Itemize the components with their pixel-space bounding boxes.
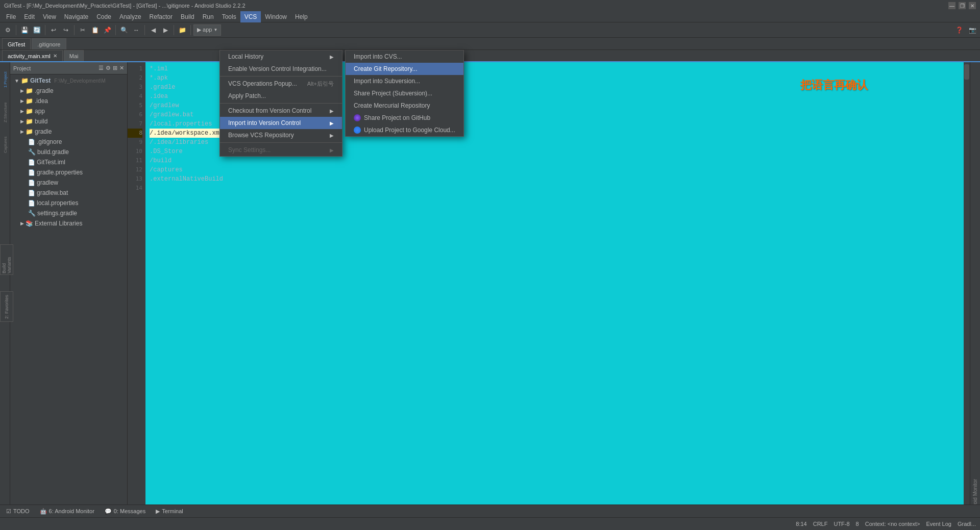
menu-code[interactable]: Code [92, 11, 115, 22]
import-svn[interactable]: Import into Subversion... [346, 75, 463, 87]
tree-item-gitignore[interactable]: 📄 .gitignore [10, 137, 127, 147]
tree-item-build-gradle[interactable]: 🔧 build.gradle [10, 147, 127, 157]
gear-icon[interactable]: ⚙ [106, 65, 111, 71]
vcs-enable-integration[interactable]: Enable Version Control Integration... [220, 63, 342, 75]
tree-item-app[interactable]: ▶ 📁 app [10, 106, 127, 116]
menu-file[interactable]: File [2, 11, 20, 22]
vcs-browse[interactable]: Browse VCS Repository ▶ [220, 129, 342, 141]
line-num-12: 12 [128, 165, 142, 174]
toolbar-paste-btn[interactable]: 📌 [102, 24, 113, 36]
toolbar-camera-btn[interactable]: 📷 [967, 24, 978, 36]
toolbar-forward-btn[interactable]: ▶ [160, 24, 171, 36]
menu-view[interactable]: View [39, 11, 60, 22]
project-panel-header: Project ☰ ⚙ ⊞ ✕ [10, 62, 127, 74]
code-line-14 [150, 184, 223, 193]
folder-icon-build: 📁 [26, 118, 33, 125]
vcs-import[interactable]: Import into Version Control ▶ [220, 117, 342, 129]
toolbar-save-btn[interactable]: 💾 [19, 24, 30, 36]
editor-tab-mai[interactable]: Mai [64, 50, 84, 61]
todo-icon: ☑ [6, 508, 11, 515]
menu-vcs[interactable]: VCS [240, 11, 261, 22]
menu-edit[interactable]: Edit [20, 11, 39, 22]
bottom-tab-android-monitor[interactable]: 🤖 6: Android Monitor [36, 506, 99, 517]
toolbar-git-icon[interactable]: ⚙ [2, 24, 13, 36]
favorites-tab[interactable]: 2: Favorites [0, 291, 13, 322]
build-variants-tab[interactable]: Build Variants [0, 244, 13, 275]
close-panel-icon[interactable]: ✕ [119, 65, 124, 71]
tree-item-gradle-props[interactable]: 📄 gradle.properties [10, 167, 127, 178]
status-crlf[interactable]: CRLF [813, 521, 828, 527]
menu-help[interactable]: Help [291, 11, 312, 22]
root-arrow: ▼ [14, 78, 19, 84]
event-log-label[interactable]: Event Log [926, 521, 951, 527]
toolbar-back-btn[interactable]: ◀ [148, 24, 159, 36]
create-mercurial[interactable]: Create Mercurial Repository [346, 99, 463, 112]
gradle-label[interactable]: Gradl... [958, 521, 976, 527]
editor-scrollbar[interactable] [964, 62, 970, 517]
messages-icon: 💬 [105, 508, 112, 515]
tree-item-idea[interactable]: ▶ 📁 .idea [10, 96, 127, 106]
menu-run[interactable]: Run [199, 11, 218, 22]
toolbar-find-btn[interactable]: 🔍 [118, 24, 130, 36]
create-git-repo[interactable]: Create Git Repository... [346, 63, 463, 75]
tree-item-ext-libs[interactable]: ▶ 📚 External Libraries [10, 218, 127, 229]
share-github-content: Share Project on GitHub [354, 114, 430, 121]
tree-item-local-props[interactable]: 📄 local.properties [10, 198, 127, 208]
left-vertical-tabs: Build Variants 2: Favorites [0, 244, 13, 322]
vcs-sep-1 [220, 76, 342, 77]
toolbar-app-btn[interactable]: ▶ app ▼ [193, 24, 221, 36]
share-github[interactable]: Share Project on GitHub [346, 112, 463, 124]
toolbar-replace-btn[interactable]: ↔ [131, 24, 142, 36]
import-cvs[interactable]: Import into CVS... [346, 51, 463, 63]
tree-label-gradle: .gradle [35, 87, 54, 94]
vcs-apply-patch[interactable]: Apply Patch... [220, 90, 342, 102]
layout-icon[interactable]: ⊞ [113, 65, 117, 71]
toolbar-help-btn[interactable]: ❓ [953, 24, 965, 36]
menu-tools[interactable]: Tools [218, 11, 240, 22]
sidebar-icon-structure[interactable]: Z:Structure [1, 97, 10, 128]
tab-gitignore-label: .gitignore [37, 41, 60, 47]
menu-window[interactable]: Window [261, 11, 291, 22]
right-sidebar: Android Monitor [970, 62, 980, 517]
bottom-tab-messages[interactable]: 💬 0: Messages [101, 506, 150, 517]
scrollbar-thumb[interactable] [964, 64, 969, 80]
toolbar-redo-btn[interactable]: ↪ [60, 24, 71, 36]
menu-build[interactable]: Build [177, 11, 199, 22]
tree-item-gradle-folder[interactable]: ▶ 📁 gradle [10, 127, 127, 137]
close-button[interactable]: ✕ [969, 2, 976, 9]
editor-tab-close-1[interactable]: ✕ [53, 53, 57, 59]
toolbar-cut-btn[interactable]: ✂ [77, 24, 88, 36]
status-encoding[interactable]: UTF-8 [834, 521, 849, 527]
tab-gittest[interactable]: GitTest [2, 38, 31, 49]
menu-analyze[interactable]: Analyze [115, 11, 145, 22]
editor-tab-activity-main[interactable]: activity_main.xml ✕ [2, 50, 63, 61]
tree-item-build[interactable]: ▶ 📁 build [10, 116, 127, 127]
vcs-operations-popup[interactable]: VCS Operations Popup... Alt+后引号 [220, 78, 342, 90]
tab-gitignore[interactable]: .gitignore [32, 38, 66, 49]
tree-item-gittest-iml[interactable]: 📄 GitTest.iml [10, 157, 127, 167]
menu-refactor[interactable]: Refactor [145, 11, 177, 22]
upload-gcloud[interactable]: Upload Project to Google Cloud... [346, 124, 463, 136]
tree-item-gradle[interactable]: ▶ 📁 .gradle [10, 86, 127, 96]
status-indent: 8 [856, 521, 859, 527]
tree-item-gradlew-bat[interactable]: 📄 gradlew.bat [10, 188, 127, 198]
scope-icon[interactable]: ☰ [99, 65, 104, 71]
toolbar-undo-btn[interactable]: ↩ [48, 24, 59, 36]
share-project-svn[interactable]: Share Project (Subversion)... [346, 87, 463, 99]
menu-navigate[interactable]: Navigate [60, 11, 92, 22]
toolbar-copy-btn[interactable]: 📋 [89, 24, 101, 36]
toolbar-sync-btn[interactable]: 🔄 [31, 24, 42, 36]
bottom-tab-terminal[interactable]: ▶ Terminal [152, 506, 187, 517]
sidebar-icon-captures[interactable]: Captures [1, 130, 10, 160]
vcs-local-history[interactable]: Local History ▶ [220, 51, 342, 63]
tree-item-gradlew[interactable]: 📄 gradlew [10, 178, 127, 188]
vcs-checkout[interactable]: Checkout from Version Control ▶ [220, 105, 342, 117]
toolbar-vcs-btn[interactable]: 📁 [177, 24, 188, 36]
bottom-tab-todo[interactable]: ☑ TODO [2, 506, 34, 517]
maximize-button[interactable]: ❐ [959, 2, 966, 9]
tree-item-root[interactable]: ▼ 📁 GitTest F:\My_Development\M [10, 75, 127, 86]
tree-item-settings-gradle[interactable]: 🔧 settings.gradle [10, 208, 127, 218]
toolbar-sep-3 [74, 25, 75, 35]
minimize-button[interactable]: — [948, 2, 955, 9]
sidebar-icon-project[interactable]: 1:Project [1, 64, 10, 95]
